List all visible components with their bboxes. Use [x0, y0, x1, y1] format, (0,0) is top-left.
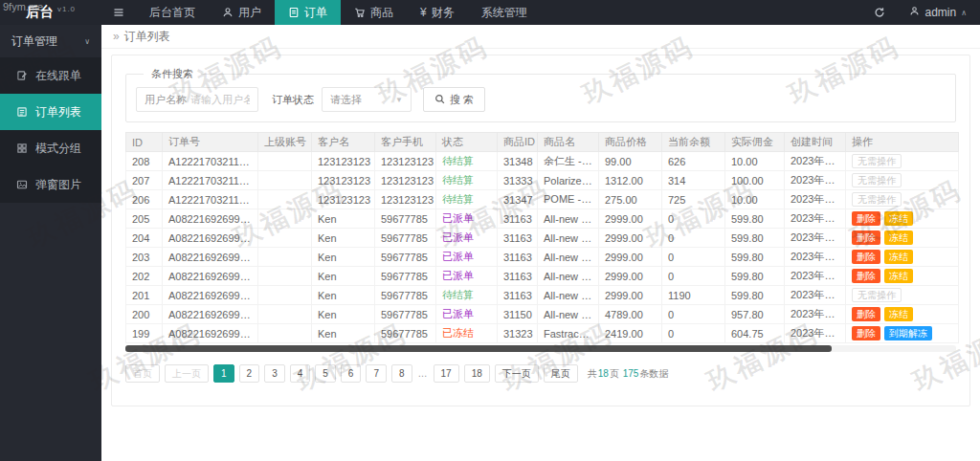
nav-item-label: 用户 — [238, 5, 261, 21]
cell-product-id: 31333 — [498, 171, 538, 190]
top-navbar: 后台 v1.0 后台首页用户订单商品¥财务系统管理 admin ∧ — [0, 0, 980, 25]
status-badge: 已派单 — [442, 231, 474, 243]
sidebar-item-online-orders[interactable]: 在线跟单 — [0, 57, 101, 94]
topbar-right: admin ∧ — [863, 0, 980, 25]
refresh-button[interactable] — [863, 0, 896, 25]
nav-item-system[interactable]: 系统管理 — [468, 0, 541, 25]
order-table-body: 208A12221703211332270123123123123123123待… — [126, 152, 959, 343]
cell-id: 205 — [126, 209, 163, 229]
sidebar-item-order-list[interactable]: 订单列表 — [0, 94, 101, 130]
pagination-page-4-button[interactable]: 4 — [290, 364, 311, 383]
sidebar-group-order-management[interactable]: 订单管理 ∨ — [0, 25, 101, 57]
action-freeze-button[interactable]: 冻结 — [884, 230, 913, 245]
sidebar-item-mode-group[interactable]: 模式分组 — [0, 130, 101, 166]
cell-customer-name: 123123123 — [312, 190, 375, 209]
pagination-first-button: 首页 — [125, 364, 160, 383]
column-header: 上级账号 — [258, 133, 312, 152]
status-badge: 已派单 — [442, 251, 474, 262]
column-header: 状态 — [436, 133, 498, 152]
search-button[interactable]: 搜 索 — [423, 87, 485, 112]
summary-pages-unit: 页 — [610, 368, 622, 379]
nav-item-label: 财务 — [432, 5, 455, 21]
nav-item-home[interactable]: 后台首页 — [136, 0, 209, 25]
pagination-page-3-button[interactable]: 3 — [264, 364, 285, 383]
sidebar-group-label: 订单管理 — [11, 33, 57, 50]
pagination-page-6-button[interactable]: 6 — [341, 364, 362, 383]
nav-item-orders[interactable]: 订单 — [275, 0, 341, 25]
nav-item-label: 系统管理 — [481, 5, 527, 21]
sidebar-collapse-button[interactable] — [101, 0, 136, 25]
action-delete-button[interactable]: 删除 — [852, 211, 880, 226]
pagination-page-17-button[interactable]: 17 — [434, 364, 459, 383]
username-input[interactable] — [190, 94, 250, 105]
pagination-next-button[interactable]: 下一页 — [495, 364, 539, 383]
column-header: 订单号 — [163, 133, 258, 152]
pagination-page-1-button[interactable]: 1 — [213, 364, 234, 383]
search-button-label: 搜 索 — [450, 93, 474, 107]
nav-item-goods[interactable]: 商品 — [341, 0, 407, 25]
pagination-page-7-button[interactable]: 7 — [366, 364, 387, 383]
action-freeze-button[interactable]: 冻结 — [884, 269, 913, 283]
sidebar: 订单管理 ∨ 在线跟单订单列表模式分组弹窗图片 — [0, 25, 101, 461]
action-delete-button[interactable]: 删除 — [852, 307, 880, 321]
column-header: 商品ID — [498, 133, 538, 152]
sidebar-submenu: 在线跟单订单列表模式分组弹窗图片 — [0, 57, 101, 203]
action-delete-button[interactable]: 删除 — [852, 250, 880, 264]
cell-created-time: 2023年12月 — [785, 190, 846, 209]
cell-product-id: 31163 — [498, 267, 538, 286]
column-header: 创建时间 — [785, 133, 846, 152]
action-delete-button[interactable]: 删除 — [852, 326, 880, 340]
order-status-label: 订单状态 — [272, 93, 314, 107]
cell-customer-phone: 59677785 — [375, 324, 436, 343]
cell-actions: 无需操作 — [846, 152, 959, 171]
column-header: 实际佣金 — [725, 133, 785, 152]
cell-customer-name: 123123123 — [312, 152, 375, 171]
cell-status: 待结算 — [436, 152, 498, 171]
sidebar-item-popup-image[interactable]: 弹窗图片 — [0, 166, 101, 203]
cell-status: 已派单 — [436, 209, 498, 229]
cell-order-no: A12221703211332270 — [163, 152, 258, 171]
cell-product-id: 31323 — [498, 324, 538, 343]
cell-id: 206 — [126, 190, 163, 209]
app-logo: 后台 v1.0 — [0, 0, 101, 25]
cell-product-name: All-new Fire T — [538, 209, 599, 229]
action-freeze-button[interactable]: 冻结 — [884, 211, 913, 226]
action-freeze-button[interactable]: 冻结 — [884, 250, 913, 264]
pagination-last-button[interactable]: 尾页 — [544, 364, 578, 383]
pagination-page-8-button[interactable]: 8 — [391, 364, 412, 383]
cell-status: 已派单 — [436, 267, 498, 286]
horizontal-scrollbar-thumb[interactable] — [125, 345, 832, 352]
cell-created-time: 2023年08月 — [785, 324, 846, 343]
summary-count-unit: 条数据 — [639, 368, 668, 379]
cell-actions: 删除冻结 — [846, 267, 959, 286]
pagination-page-5-button[interactable]: 5 — [315, 364, 336, 383]
cell-id: 200 — [126, 305, 163, 324]
cell-actual-commission: 599.80 — [725, 209, 785, 229]
orders-table: ID订单号上级账号客户名客户手机状态商品ID商品名商品价格当前余额实际佣金创建时… — [125, 132, 959, 343]
cell-id: 201 — [126, 286, 163, 305]
order-status-select[interactable]: 请选择 ▼ — [322, 87, 412, 112]
cell-current-balance: 0 — [662, 209, 725, 229]
action-freeze-button[interactable]: 冻结 — [884, 307, 913, 321]
pagination-page-18-button[interactable]: 18 — [464, 364, 490, 383]
cell-actual-commission: 599.80 — [725, 248, 785, 267]
pagination: 首页上一页12345678…1718下一页尾页共18页 175条数据 — [125, 364, 956, 383]
cell-product-id: 31163 — [498, 248, 538, 267]
action-delete-button[interactable]: 删除 — [852, 230, 880, 245]
image-icon — [16, 179, 28, 190]
cell-id: 199 — [126, 324, 163, 343]
cell-customer-phone: 123123123 — [375, 190, 436, 209]
action-delete-button[interactable]: 删除 — [852, 269, 880, 283]
status-badge: 待结算 — [442, 289, 474, 300]
cell-product-name: All-new Fire T — [538, 286, 599, 305]
yen-icon: ¥ — [420, 7, 427, 18]
status-badge: 已冻结 — [442, 327, 474, 339]
admin-dropdown[interactable]: admin ∧ — [896, 6, 980, 19]
action-unfreeze-button[interactable]: 到期解冻 — [884, 326, 932, 340]
pagination-page-2-button[interactable]: 2 — [239, 364, 260, 383]
status-badge: 已派单 — [442, 212, 474, 224]
nav-item-finance[interactable]: ¥财务 — [407, 0, 468, 25]
nav-item-users[interactable]: 用户 — [209, 0, 275, 25]
cell-product-price: 2419.00 — [599, 324, 662, 343]
cell-id: 202 — [126, 267, 163, 286]
